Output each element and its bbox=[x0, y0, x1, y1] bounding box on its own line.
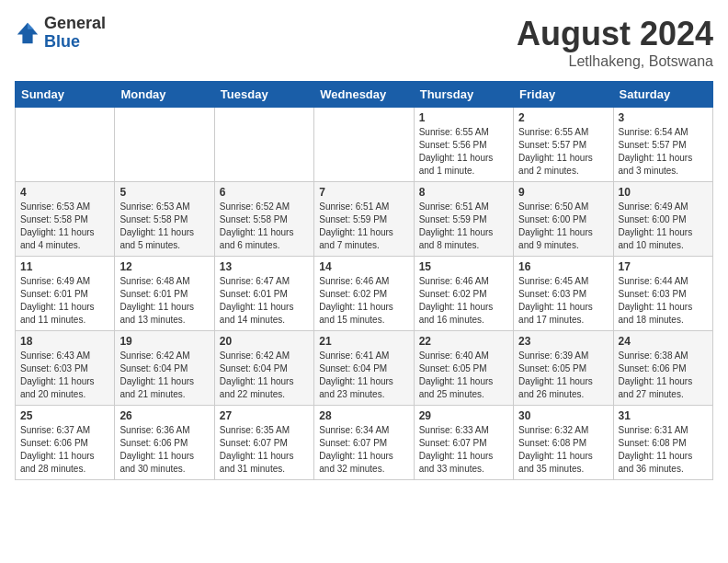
day-number: 29 bbox=[419, 409, 508, 422]
calendar-cell: 19Sunrise: 6:42 AM Sunset: 6:04 PM Dayli… bbox=[115, 331, 214, 406]
day-number: 12 bbox=[119, 260, 209, 273]
day-info: Sunrise: 6:42 AM Sunset: 6:04 PM Dayligh… bbox=[220, 350, 309, 401]
day-info: Sunrise: 6:53 AM Sunset: 5:58 PM Dayligh… bbox=[20, 201, 109, 252]
day-info: Sunrise: 6:49 AM Sunset: 6:00 PM Dayligh… bbox=[619, 201, 708, 252]
day-info: Sunrise: 6:47 AM Sunset: 6:01 PM Dayligh… bbox=[220, 275, 309, 327]
logo-blue-text: Blue bbox=[44, 33, 106, 52]
calendar-cell: 17Sunrise: 6:44 AM Sunset: 6:03 PM Dayli… bbox=[613, 257, 712, 331]
calendar-cell: 9Sunrise: 6:50 AM Sunset: 6:00 PM Daylig… bbox=[514, 182, 613, 257]
day-number: 19 bbox=[119, 335, 209, 348]
calendar-cell: 12Sunrise: 6:48 AM Sunset: 6:01 PM Dayli… bbox=[115, 257, 214, 331]
day-number: 4 bbox=[20, 186, 109, 199]
day-info: Sunrise: 6:33 AM Sunset: 6:07 PM Dayligh… bbox=[419, 424, 508, 476]
day-info: Sunrise: 6:55 AM Sunset: 5:56 PM Dayligh… bbox=[419, 126, 508, 178]
col-header-friday: Friday bbox=[514, 82, 613, 108]
calendar-cell: 21Sunrise: 6:41 AM Sunset: 6:04 PM Dayli… bbox=[314, 331, 414, 406]
day-number: 7 bbox=[319, 186, 408, 199]
day-number: 17 bbox=[619, 260, 708, 273]
day-number: 15 bbox=[419, 260, 508, 273]
calendar-table: SundayMondayTuesdayWednesdayThursdayFrid… bbox=[15, 81, 713, 480]
calendar-cell: 20Sunrise: 6:42 AM Sunset: 6:04 PM Dayli… bbox=[214, 331, 313, 406]
day-number: 26 bbox=[119, 409, 209, 422]
day-info: Sunrise: 6:41 AM Sunset: 6:04 PM Dayligh… bbox=[319, 350, 408, 401]
day-info: Sunrise: 6:34 AM Sunset: 6:07 PM Dayligh… bbox=[319, 424, 408, 476]
day-number: 9 bbox=[518, 186, 608, 199]
col-header-tuesday: Tuesday bbox=[214, 82, 313, 108]
calendar-week-row: 25Sunrise: 6:37 AM Sunset: 6:06 PM Dayli… bbox=[16, 406, 713, 480]
calendar-cell: 30Sunrise: 6:32 AM Sunset: 6:08 PM Dayli… bbox=[514, 406, 613, 480]
day-number: 6 bbox=[220, 186, 309, 199]
day-info: Sunrise: 6:31 AM Sunset: 6:08 PM Dayligh… bbox=[619, 424, 708, 476]
day-number: 11 bbox=[20, 260, 109, 273]
day-info: Sunrise: 6:50 AM Sunset: 6:00 PM Dayligh… bbox=[518, 201, 608, 252]
day-number: 28 bbox=[319, 409, 408, 422]
calendar-cell: 28Sunrise: 6:34 AM Sunset: 6:07 PM Dayli… bbox=[314, 406, 414, 480]
calendar-cell: 8Sunrise: 6:51 AM Sunset: 5:59 PM Daylig… bbox=[414, 182, 513, 257]
col-header-sunday: Sunday bbox=[16, 82, 115, 108]
calendar-cell: 6Sunrise: 6:52 AM Sunset: 5:58 PM Daylig… bbox=[214, 182, 313, 257]
calendar-cell bbox=[115, 108, 214, 182]
calendar-cell bbox=[214, 108, 313, 182]
day-number: 22 bbox=[419, 335, 508, 348]
day-info: Sunrise: 6:39 AM Sunset: 6:05 PM Dayligh… bbox=[518, 350, 608, 401]
calendar-cell: 16Sunrise: 6:45 AM Sunset: 6:03 PM Dayli… bbox=[514, 257, 613, 331]
page-header: General Blue August 2024 Letlhakeng, Bot… bbox=[15, 15, 713, 70]
col-header-thursday: Thursday bbox=[414, 82, 513, 108]
calendar-cell: 3Sunrise: 6:54 AM Sunset: 5:57 PM Daylig… bbox=[613, 108, 712, 182]
day-number: 1 bbox=[419, 111, 508, 124]
logo-general-text: General bbox=[44, 15, 106, 33]
day-info: Sunrise: 6:43 AM Sunset: 6:03 PM Dayligh… bbox=[20, 350, 109, 401]
logo-text: General Blue bbox=[44, 15, 106, 52]
day-info: Sunrise: 6:49 AM Sunset: 6:01 PM Dayligh… bbox=[20, 275, 109, 327]
day-number: 3 bbox=[619, 111, 708, 124]
calendar-cell: 26Sunrise: 6:36 AM Sunset: 6:06 PM Dayli… bbox=[115, 406, 214, 480]
day-number: 20 bbox=[220, 335, 309, 348]
day-number: 21 bbox=[319, 335, 408, 348]
day-info: Sunrise: 6:42 AM Sunset: 6:04 PM Dayligh… bbox=[119, 350, 209, 401]
day-info: Sunrise: 6:36 AM Sunset: 6:06 PM Dayligh… bbox=[119, 424, 209, 476]
col-header-monday: Monday bbox=[115, 82, 214, 108]
calendar-cell: 11Sunrise: 6:49 AM Sunset: 6:01 PM Dayli… bbox=[16, 257, 115, 331]
calendar-week-row: 4Sunrise: 6:53 AM Sunset: 5:58 PM Daylig… bbox=[16, 182, 713, 257]
day-info: Sunrise: 6:37 AM Sunset: 6:06 PM Dayligh… bbox=[20, 424, 109, 476]
day-info: Sunrise: 6:32 AM Sunset: 6:08 PM Dayligh… bbox=[518, 424, 608, 476]
day-number: 8 bbox=[419, 186, 508, 199]
col-header-saturday: Saturday bbox=[613, 82, 712, 108]
calendar-cell: 14Sunrise: 6:46 AM Sunset: 6:02 PM Dayli… bbox=[314, 257, 414, 331]
day-number: 13 bbox=[220, 260, 309, 273]
calendar-cell: 7Sunrise: 6:51 AM Sunset: 5:59 PM Daylig… bbox=[314, 182, 414, 257]
calendar-cell: 25Sunrise: 6:37 AM Sunset: 6:06 PM Dayli… bbox=[16, 406, 115, 480]
calendar-cell: 18Sunrise: 6:43 AM Sunset: 6:03 PM Dayli… bbox=[16, 331, 115, 406]
day-number: 18 bbox=[20, 335, 109, 348]
calendar-cell bbox=[16, 108, 115, 182]
calendar-cell: 2Sunrise: 6:55 AM Sunset: 5:57 PM Daylig… bbox=[514, 108, 613, 182]
calendar-cell: 5Sunrise: 6:53 AM Sunset: 5:58 PM Daylig… bbox=[115, 182, 214, 257]
calendar-cell: 13Sunrise: 6:47 AM Sunset: 6:01 PM Dayli… bbox=[214, 257, 313, 331]
calendar-header-row: SundayMondayTuesdayWednesdayThursdayFrid… bbox=[16, 82, 713, 108]
day-info: Sunrise: 6:55 AM Sunset: 5:57 PM Dayligh… bbox=[518, 126, 608, 178]
location-subtitle: Letlhakeng, Botswana bbox=[517, 53, 713, 70]
day-info: Sunrise: 6:51 AM Sunset: 5:59 PM Dayligh… bbox=[419, 201, 508, 252]
day-info: Sunrise: 6:44 AM Sunset: 6:03 PM Dayligh… bbox=[619, 275, 708, 327]
day-number: 14 bbox=[319, 260, 408, 273]
day-number: 27 bbox=[220, 409, 309, 422]
day-info: Sunrise: 6:46 AM Sunset: 6:02 PM Dayligh… bbox=[419, 275, 508, 327]
day-number: 23 bbox=[518, 335, 608, 348]
day-info: Sunrise: 6:40 AM Sunset: 6:05 PM Dayligh… bbox=[419, 350, 508, 401]
calendar-week-row: 18Sunrise: 6:43 AM Sunset: 6:03 PM Dayli… bbox=[16, 331, 713, 406]
calendar-week-row: 1Sunrise: 6:55 AM Sunset: 5:56 PM Daylig… bbox=[16, 108, 713, 182]
day-info: Sunrise: 6:51 AM Sunset: 5:59 PM Dayligh… bbox=[319, 201, 408, 252]
calendar-cell bbox=[314, 108, 414, 182]
calendar-cell: 29Sunrise: 6:33 AM Sunset: 6:07 PM Dayli… bbox=[414, 406, 513, 480]
calendar-cell: 15Sunrise: 6:46 AM Sunset: 6:02 PM Dayli… bbox=[414, 257, 513, 331]
calendar-cell: 23Sunrise: 6:39 AM Sunset: 6:05 PM Dayli… bbox=[514, 331, 613, 406]
day-number: 25 bbox=[20, 409, 109, 422]
day-number: 30 bbox=[518, 409, 608, 422]
calendar-cell: 31Sunrise: 6:31 AM Sunset: 6:08 PM Dayli… bbox=[613, 406, 712, 480]
day-info: Sunrise: 6:35 AM Sunset: 6:07 PM Dayligh… bbox=[220, 424, 309, 476]
calendar-cell: 27Sunrise: 6:35 AM Sunset: 6:07 PM Dayli… bbox=[214, 406, 313, 480]
day-info: Sunrise: 6:46 AM Sunset: 6:02 PM Dayligh… bbox=[319, 275, 408, 327]
calendar-cell: 22Sunrise: 6:40 AM Sunset: 6:05 PM Dayli… bbox=[414, 331, 513, 406]
main-title: August 2024 bbox=[517, 15, 713, 53]
calendar-cell: 24Sunrise: 6:38 AM Sunset: 6:06 PM Dayli… bbox=[613, 331, 712, 406]
